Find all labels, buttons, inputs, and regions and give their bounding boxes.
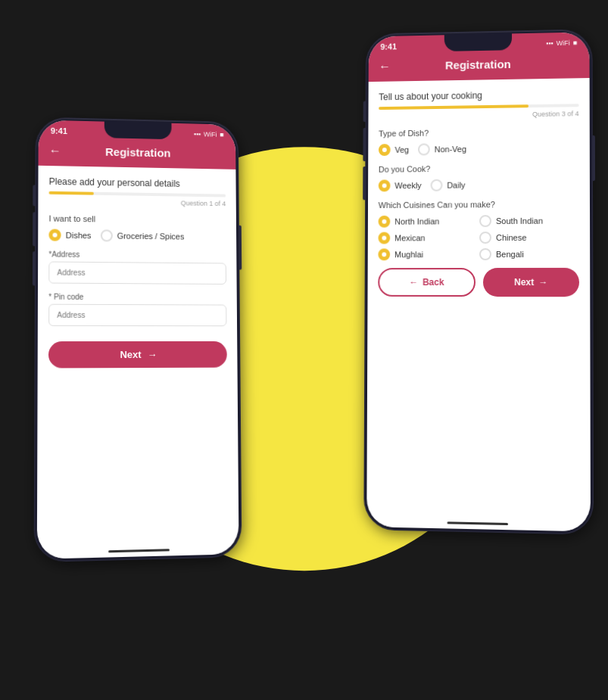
cuisine-south-indian[interactable]: South Indian: [479, 214, 579, 227]
progress-bar-2: [379, 104, 578, 110]
cuisine-mexican[interactable]: Mexican: [379, 232, 477, 244]
next-button-2[interactable]: Next →: [483, 268, 579, 297]
side-button-mute-2: [363, 101, 366, 123]
type-dish-options: Veg Non-Veg: [379, 142, 579, 156]
radio-weekly[interactable]: [379, 179, 391, 191]
cuisine-bengali[interactable]: Bengali: [479, 248, 579, 260]
side-button-power-2: [592, 135, 595, 181]
back-arrow-icon: ←: [409, 277, 418, 288]
cuisines-label: Which Cuisines Can you make?: [379, 199, 579, 210]
back-button-2[interactable]: ←: [379, 60, 391, 73]
daily-label: Daily: [447, 181, 465, 190]
side-button-vol-down: [33, 251, 36, 285]
option-veg[interactable]: Veg: [379, 144, 409, 156]
groceries-label: Groceries / Spices: [117, 232, 184, 241]
cuisine-mughlai[interactable]: Mughlai: [378, 248, 476, 260]
side-button-vol-up: [33, 212, 36, 246]
option-groceries[interactable]: Groceries / Spices: [100, 229, 184, 242]
wifi-icon: WiFi: [204, 131, 217, 138]
status-icons-2: ▪▪▪ WiFi ■: [546, 39, 577, 48]
radio-nonveg[interactable]: [418, 143, 430, 155]
next-arrow-2: →: [538, 277, 547, 288]
weekly-label: Weekly: [394, 181, 421, 190]
status-time-1: 9:41: [51, 126, 67, 135]
cook-options: Weekly Daily: [379, 178, 579, 191]
battery-icon: ■: [220, 131, 223, 138]
radio-mughlai[interactable]: [378, 248, 390, 260]
side-button-vol-down-2: [363, 166, 366, 200]
next-arrow-1: →: [148, 349, 157, 360]
radio-bengali[interactable]: [479, 248, 491, 260]
address-label: *Address: [48, 250, 226, 260]
phone-notch: [104, 122, 172, 140]
status-icons-1: ▪▪▪ WiFi ■: [194, 130, 224, 138]
radio-north-indian[interactable]: [379, 216, 391, 228]
signal-icon-2: ▪▪▪: [546, 39, 553, 47]
scene: 9:41 ▪▪▪ WiFi ■ ← Registration Please ad…: [0, 0, 608, 700]
address-input[interactable]: [48, 261, 226, 284]
type-dish-label: Type of Dish?: [379, 126, 579, 138]
section-title-2: Tell us about your cooking: [379, 89, 578, 102]
nonveg-label: Non-Veg: [435, 145, 466, 154]
question-num-1: Question 1 of 4: [49, 198, 226, 207]
button-row: ← Back Next →: [378, 268, 579, 297]
sell-options: Dishes Groceries / Spices: [48, 229, 226, 244]
veg-label: Veg: [395, 145, 410, 154]
cook-label: Do you Cook?: [379, 163, 579, 173]
back-btn-label: Back: [422, 277, 444, 288]
side-button-power: [239, 226, 242, 270]
phone-notch-2: [444, 33, 512, 51]
option-dishes[interactable]: Dishes: [48, 229, 91, 242]
next-button-1[interactable]: Next →: [48, 341, 227, 369]
app-header-1: ← Registration: [39, 138, 236, 170]
option-weekly[interactable]: Weekly: [379, 179, 422, 191]
radio-dishes[interactable]: [48, 229, 61, 241]
bengali-label: Bengali: [496, 250, 524, 259]
pincode-label: * Pin code: [48, 293, 226, 302]
home-bar-1: [108, 549, 170, 552]
app-header-2: ← Registration: [369, 50, 590, 82]
home-bar-2: [447, 521, 508, 525]
progress-bar-1: [49, 191, 226, 198]
signal-icon: ▪▪▪: [194, 130, 201, 138]
radio-veg[interactable]: [379, 144, 391, 156]
radio-daily[interactable]: [430, 179, 442, 191]
dishes-label: Dishes: [66, 231, 92, 240]
chinese-label: Chinese: [496, 233, 526, 242]
next-label-2: Next: [514, 277, 534, 288]
cuisine-north-indian[interactable]: North Indian: [379, 215, 476, 228]
content-1: Please add your personal details Questio…: [37, 166, 239, 547]
mexican-label: Mexican: [394, 233, 425, 242]
cuisine-chinese[interactable]: Chinese: [479, 232, 579, 244]
header-title-1: Registration: [105, 145, 170, 159]
south-indian-label: South Indian: [496, 216, 543, 226]
next-label-1: Next: [120, 349, 141, 360]
section-title-1: Please add your personal details: [49, 176, 226, 190]
pincode-input[interactable]: [48, 304, 226, 326]
radio-south-indian[interactable]: [479, 215, 491, 227]
back-button-form[interactable]: ← Back: [378, 268, 475, 297]
option-nonveg[interactable]: Non-Veg: [418, 143, 466, 156]
header-title-2: Registration: [445, 58, 511, 71]
side-button-vol-up-2: [363, 128, 366, 161]
cuisines-grid: North Indian South Indian Mexican C: [378, 214, 579, 260]
back-button-1[interactable]: ←: [49, 144, 61, 157]
phone-1: 9:41 ▪▪▪ WiFi ■ ← Registration Please ad…: [35, 117, 242, 562]
sell-label: I want to sell: [48, 214, 226, 226]
north-indian-label: North Indian: [394, 216, 439, 226]
wifi-icon-2: WiFi: [557, 39, 570, 47]
progress-fill-1: [49, 191, 94, 195]
mughlai-label: Mughlai: [394, 250, 423, 259]
question-num-2: Question 3 of 4: [379, 110, 578, 120]
battery-icon-2: ■: [573, 39, 578, 47]
status-time-2: 9:41: [380, 42, 397, 51]
option-daily[interactable]: Daily: [430, 179, 465, 191]
radio-chinese[interactable]: [479, 232, 491, 244]
radio-mexican[interactable]: [379, 232, 391, 244]
content-2: Tell us about your cooking Question 3 of…: [366, 78, 591, 519]
radio-groceries[interactable]: [100, 229, 112, 241]
progress-fill-2: [379, 104, 528, 110]
phone-2: 9:41 ▪▪▪ WiFi ■ ← Registration Tell us a…: [364, 30, 593, 534]
side-button-mute: [33, 185, 36, 206]
